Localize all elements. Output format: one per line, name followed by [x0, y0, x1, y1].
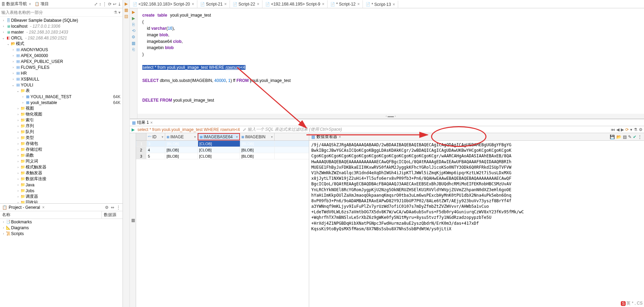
cell-id[interactable]: 5	[146, 153, 165, 159]
apply-icon[interactable]: ✔	[633, 134, 636, 139]
expand-icon[interactable]: ›	[16, 160, 20, 163]
editor-tab[interactable]: 📄<192.168.10.183> Script-20×	[130, 0, 197, 8]
tree-item[interactable]: ›▤HR	[0, 70, 123, 76]
expand-icon[interactable]: ›	[16, 148, 20, 151]
expand-icon[interactable]: ▦	[132, 41, 135, 46]
sql-editor[interactable]: ▶ ▶ ⎘ ⟲ ⚙ ▦ ⎗ create table youli.youli_i…	[130, 8, 644, 119]
grid-mode-icon[interactable]: ▦	[131, 218, 136, 223]
table-row[interactable]: 13[BLOB][CLOB][BLOB]	[136, 141, 309, 147]
run-icon[interactable]: ▶	[125, 1, 128, 6]
expand-icon[interactable]: ⌄	[16, 89, 20, 93]
results-tab[interactable]: ▦ 结果 1 ×	[130, 119, 644, 126]
tree-item[interactable]: ›📁物化视图	[0, 111, 123, 117]
tree-item[interactable]: ›📁Java	[0, 182, 123, 188]
cell-imagebase64[interactable]: [CLOB]	[198, 147, 240, 153]
project-item[interactable]: ›📜Scripts	[0, 231, 123, 236]
table-row[interactable]: 24[BLOB][CLOB][BLOB]	[136, 147, 309, 153]
project-item[interactable]: ›📐Diagrams	[0, 225, 123, 231]
tree-item[interactable]: ›📁索引	[0, 117, 123, 123]
col-image[interactable]: ▦IMAGE▾	[165, 133, 198, 140]
tree-item[interactable]: ›📁存储过程	[0, 147, 123, 152]
prev-icon[interactable]: ◀	[616, 127, 619, 132]
toolbar-icon[interactable]: ↕	[99, 2, 101, 7]
expand-icon[interactable]: ›	[21, 101, 25, 104]
tree-item[interactable]: ⌄📂模式	[0, 41, 123, 47]
tree-item[interactable]: ›📁回收站	[0, 199, 123, 203]
tree-item[interactable]: ›🖥master - 192.168.10.183:1433	[0, 29, 123, 35]
tree-item[interactable]: ›📁表触发器	[0, 170, 123, 176]
expand-icon[interactable]: ›	[16, 189, 20, 193]
refresh-icon[interactable]: ⟳	[625, 127, 629, 132]
plan-icon[interactable]: ▤	[124, 14, 128, 19]
expand-icon[interactable]: ›	[11, 48, 15, 52]
tree-item[interactable]: ›📁存储包	[0, 141, 123, 147]
toolbar-icon[interactable]: ⋮	[102, 2, 107, 7]
col-imagebase64[interactable]: ▦IMAGEBASE64▾	[198, 133, 240, 140]
close-icon[interactable]: ×	[339, 134, 341, 139]
project-item[interactable]: ›📑Bookmarks	[0, 219, 123, 225]
expand-icon[interactable]: ⌄	[11, 83, 15, 87]
col-imagebin[interactable]: ▦IMAGEBIN▾	[240, 133, 275, 140]
close-icon[interactable]: ×	[192, 2, 194, 7]
exec-script-icon[interactable]: ▶	[132, 16, 135, 21]
cell-imagebase64[interactable]: [CLOB]	[198, 141, 240, 147]
expand-icon[interactable]: ⌄	[6, 42, 10, 46]
expand-icon[interactable]: ›	[21, 95, 25, 99]
expand-icon[interactable]: ›	[16, 130, 20, 134]
editor-tab[interactable]: 📄<192.168.48.195> Script-9×	[262, 0, 328, 8]
expand-icon[interactable]: ›	[1, 30, 6, 34]
editor-tab[interactable]: 📄 Script-22×	[230, 0, 262, 8]
expand-icon[interactable]: ›	[1, 25, 6, 28]
close-icon[interactable]: ×	[224, 2, 227, 7]
tree-item[interactable]: ⌄◧ORCL - 192.168.48.150:1521	[0, 35, 123, 41]
tree-item[interactable]: ›📁调度器	[0, 194, 123, 199]
tree-item[interactable]: ⌄▤YOULI	[0, 82, 123, 88]
code-content[interactable]: create table youli.youli_image_test ( id…	[137, 8, 644, 119]
expand-icon[interactable]: ›	[16, 113, 20, 116]
close-icon[interactable]: ×	[257, 2, 259, 7]
save-icon[interactable]: 💾	[610, 134, 615, 139]
expand-icon[interactable]: ›	[1, 19, 6, 22]
load-icon[interactable]: 📂	[616, 134, 621, 139]
tree-item[interactable]: ›📁类型	[0, 135, 123, 141]
mode-icon[interactable]: ▤	[623, 134, 627, 139]
tree-item[interactable]: ›📁模式触发器	[0, 164, 123, 170]
execute-icon[interactable]: ▶	[130, 127, 136, 132]
next-icon[interactable]: ▶	[621, 127, 624, 132]
expand-icon[interactable]: ›	[16, 177, 20, 181]
cell-id[interactable]: 3	[147, 141, 166, 147]
row-num-header[interactable]	[136, 133, 146, 140]
opts-icon[interactable]: ⚙	[132, 35, 135, 39]
close-icon[interactable]: ×	[357, 2, 360, 7]
expand-icon[interactable]: ›	[11, 72, 15, 75]
cell-image[interactable]: [BLOB]	[165, 153, 198, 159]
dropdown-icon[interactable]: ▾	[271, 135, 273, 139]
expand-icon[interactable]: ›	[11, 54, 15, 57]
expand-icon[interactable]: ›	[16, 154, 20, 157]
expand-icon[interactable]: ›	[16, 171, 20, 175]
expand-icon[interactable]: ›	[11, 66, 15, 69]
close-icon[interactable]: ×	[42, 205, 45, 210]
col-id[interactable]: ᵃᵇᶜID▾	[146, 133, 165, 140]
tree-item[interactable]: ›📁数据库连接	[0, 176, 123, 182]
filter-icon[interactable]: ⚗ ▾	[114, 10, 120, 15]
cell-imagebin[interactable]: [BLOB]	[240, 147, 275, 153]
editor-tab[interactable]: 📄 Script-21×	[197, 0, 230, 8]
stop-icon[interactable]: ▦	[124, 8, 128, 12]
tree-item[interactable]: ⌄📁表	[0, 88, 123, 94]
expand-icon[interactable]: ›	[11, 77, 15, 81]
close-icon[interactable]: ×	[29, 2, 31, 7]
tab-project[interactable]: 📋 项目	[35, 1, 49, 7]
cell-id[interactable]: 4	[146, 147, 165, 153]
expand-icon[interactable]: ›	[16, 142, 20, 146]
filter-icon[interactable]: ⚗	[634, 127, 637, 132]
toolbar-icon[interactable]: ↩	[113, 2, 116, 7]
cell-imagebin[interactable]: [BLOB]	[240, 141, 275, 147]
link-icon[interactable]: ⇔	[111, 205, 114, 210]
tree-item[interactable]: ›▤XS$NULL	[0, 76, 123, 82]
expand-icon[interactable]: ›	[16, 201, 20, 204]
expand-icon[interactable]: ›	[1, 232, 6, 235]
tree-item[interactable]: ›▤APEX_040000	[0, 53, 123, 58]
expand-icon[interactable]: ›	[16, 124, 20, 128]
first-icon[interactable]: ⏮	[611, 127, 615, 132]
